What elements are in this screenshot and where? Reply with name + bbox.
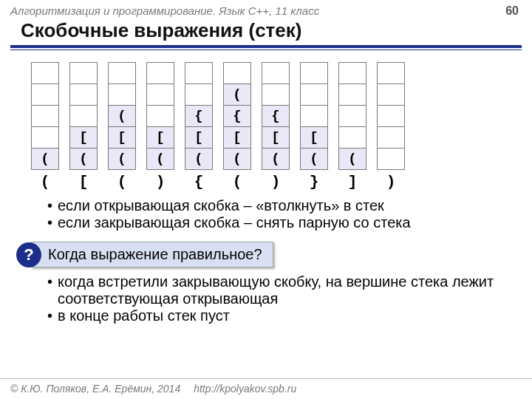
stack: {[( bbox=[185, 62, 213, 170]
footer-url: http://kpolyakov.spb.ru bbox=[194, 383, 296, 395]
stack-cell bbox=[300, 83, 328, 106]
title-rule-thick bbox=[10, 45, 522, 48]
stack-column: (( bbox=[31, 62, 59, 190]
stack-cell bbox=[31, 105, 59, 127]
page-title: Скобочные выражения (стек) bbox=[0, 19, 532, 45]
stack-cell: [ bbox=[185, 126, 213, 149]
stack-cell: ( bbox=[223, 83, 251, 106]
stack-cell: ( bbox=[223, 148, 251, 170]
stack-cell: ( bbox=[185, 148, 213, 170]
course-label: Алгоритмизация и программирование. Язык … bbox=[10, 4, 319, 18]
stack: [( bbox=[300, 62, 328, 170]
stack-cell bbox=[262, 62, 290, 84]
stack-input-char: ( bbox=[117, 174, 127, 190]
rule-item: •если закрывающая скобка – снять парную … bbox=[47, 214, 532, 231]
stack: [( bbox=[69, 62, 98, 170]
stack: ( bbox=[338, 62, 366, 170]
stack: ( bbox=[31, 62, 59, 170]
stack-cell bbox=[108, 83, 136, 106]
stack-cell: ( bbox=[262, 148, 290, 170]
stack-cell bbox=[108, 62, 136, 84]
stack-cell bbox=[31, 126, 59, 149]
stack-column: {[() bbox=[262, 62, 290, 190]
stack-cell: [ bbox=[69, 126, 98, 149]
answer-item: •когда встретили закрывающую скобку, на … bbox=[47, 273, 502, 307]
stack-cell: ( bbox=[69, 148, 98, 170]
stack-cell bbox=[185, 83, 213, 106]
stack-cell bbox=[377, 105, 405, 127]
stack-cell bbox=[338, 83, 366, 106]
stack: ([( bbox=[108, 62, 136, 170]
stack: ({[( bbox=[223, 62, 251, 170]
stack: {[( bbox=[262, 62, 290, 170]
stack-diagram: (([([([(([(){[({({[(({[()[(}(]) bbox=[0, 50, 532, 190]
page-number: 60 bbox=[505, 4, 519, 18]
stack-input-char: ] bbox=[348, 174, 358, 190]
stack-column: ({[(( bbox=[223, 62, 251, 190]
stack-input-char: } bbox=[310, 174, 319, 190]
stack-input-char: ) bbox=[271, 174, 281, 190]
answer-text: когда встретили закрывающую скобку, на в… bbox=[58, 273, 502, 307]
stack-cell bbox=[300, 62, 328, 84]
stack-cell bbox=[377, 126, 405, 149]
stack-input-char: ) bbox=[156, 174, 166, 190]
bullet-icon: • bbox=[47, 273, 58, 307]
stack-cell bbox=[223, 62, 251, 84]
stack-cell bbox=[377, 148, 405, 170]
stack-input-char: ) bbox=[386, 174, 396, 190]
header: Алгоритмизация и программирование. Язык … bbox=[0, 0, 532, 19]
stack-cell: ( bbox=[31, 148, 59, 170]
answer-text: в конце работы стек пуст bbox=[58, 307, 230, 324]
stack-cell: ( bbox=[300, 148, 328, 170]
stack-cell bbox=[338, 105, 366, 127]
stack-cell: ( bbox=[146, 148, 174, 170]
stack-column: {[({ bbox=[185, 62, 213, 190]
stack-cell bbox=[185, 62, 213, 84]
question-text: Когда выражение правильное? bbox=[31, 242, 273, 267]
stack-cell bbox=[31, 62, 59, 84]
stack-column: [() bbox=[146, 62, 174, 190]
stack-cell bbox=[262, 83, 290, 106]
stack-cell bbox=[146, 83, 174, 106]
stack-cell: [ bbox=[223, 126, 251, 149]
question-mark-icon: ? bbox=[16, 242, 41, 267]
footer: © К.Ю. Поляков, Е.А. Ерёмин, 2014 http:/… bbox=[0, 378, 532, 399]
stack-cell: [ bbox=[146, 126, 174, 149]
answer-item: •в конце работы стек пуст bbox=[47, 307, 502, 324]
rules-list: •если открывающая скобка – «втолкнуть» в… bbox=[0, 190, 532, 231]
bullet-icon: • bbox=[47, 307, 58, 324]
bullet-icon: • bbox=[47, 214, 58, 231]
question-block: ? Когда выражение правильное? bbox=[16, 242, 532, 267]
stack-cell bbox=[300, 105, 328, 127]
stack-cell: [ bbox=[300, 126, 328, 149]
stack-cell: { bbox=[185, 105, 213, 127]
stack-cell bbox=[69, 62, 98, 84]
stack-input-char: [ bbox=[79, 174, 89, 190]
stack-cell bbox=[69, 105, 98, 127]
stack-column: [(} bbox=[300, 62, 328, 190]
stack-cell bbox=[69, 83, 98, 106]
stack: [( bbox=[146, 62, 174, 170]
stack-cell: ( bbox=[338, 148, 366, 170]
answers-list: •когда встретили закрывающую скобку, на … bbox=[0, 267, 532, 324]
stack-cell: { bbox=[262, 105, 290, 127]
stack-cell: [ bbox=[262, 126, 290, 149]
stack-cell bbox=[338, 126, 366, 149]
stack-cell bbox=[377, 62, 405, 84]
stack-column: (] bbox=[338, 62, 366, 190]
stack-cell bbox=[146, 62, 174, 84]
stack-cell bbox=[31, 83, 59, 106]
stack-cell bbox=[146, 105, 174, 127]
stack-input-char: { bbox=[194, 174, 204, 190]
stack-cell: { bbox=[223, 105, 251, 127]
stack-column: ([(( bbox=[108, 62, 136, 190]
stack-cell: [ bbox=[108, 126, 136, 149]
rule-text: если открывающая скобка – «втолкнуть» в … bbox=[58, 197, 384, 214]
stack-cell bbox=[377, 83, 405, 106]
copyright: © К.Ю. Поляков, Е.А. Ерёмин, 2014 bbox=[10, 383, 180, 395]
stack-column: [([ bbox=[69, 62, 98, 190]
stack-column: ) bbox=[377, 62, 405, 190]
rule-text: если закрывающая скобка – снять парную с… bbox=[58, 214, 411, 231]
rule-item: •если открывающая скобка – «втолкнуть» в… bbox=[47, 197, 532, 214]
stack-cell bbox=[338, 62, 366, 84]
